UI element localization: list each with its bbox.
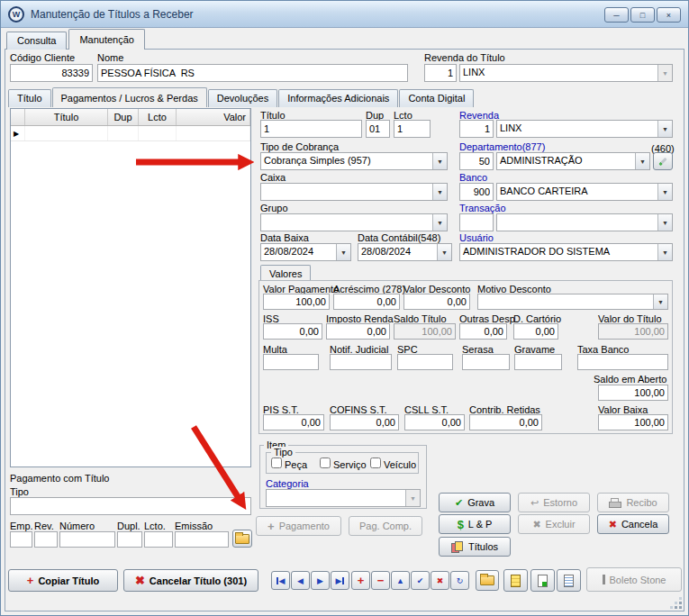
grid-row[interactable]: ▶: [11, 126, 250, 141]
revenda-num-field[interactable]: [459, 120, 494, 138]
tab-manutencao[interactable]: Manutenção: [68, 29, 145, 50]
csll-st-field[interactable]: [404, 414, 465, 430]
grid-col-titulo[interactable]: Título: [25, 109, 108, 125]
notif-judicial-field[interactable]: [330, 354, 392, 370]
nav-post-button[interactable]: ✔: [411, 571, 430, 590]
lp-button[interactable]: $ L & P: [439, 514, 511, 534]
pct-dupl-field[interactable]: [117, 531, 142, 548]
recibo-button[interactable]: Recibo: [597, 493, 669, 512]
lcto-field[interactable]: [394, 120, 431, 138]
motivo-desconto-combo[interactable]: ▼: [477, 294, 668, 310]
pct-emissao-field[interactable]: [175, 531, 229, 548]
valor-pagamento-field[interactable]: [263, 294, 330, 310]
outras-desp-field[interactable]: [459, 323, 507, 340]
nome-field[interactable]: [97, 64, 408, 82]
grava-button[interactable]: ✔ Grava: [439, 493, 511, 512]
peca-checkbox[interactable]: [271, 457, 282, 468]
departamento-edit-button[interactable]: [653, 152, 673, 170]
revenda-combo[interactable]: LINX ▼: [496, 120, 673, 138]
grupo-combo[interactable]: ▼: [260, 213, 448, 231]
pct-numero-field[interactable]: [59, 531, 115, 548]
titulo-field[interactable]: [260, 120, 362, 138]
revenda-titulo-num-field[interactable]: [424, 64, 457, 82]
nav-edit-button[interactable]: ▲: [391, 571, 410, 590]
resize-grip[interactable]: [670, 597, 682, 609]
tab-valores[interactable]: Valores: [260, 265, 311, 281]
cancela-button[interactable]: ✖ Cancela: [597, 514, 669, 534]
tab-conta-digital[interactable]: Conta Digital: [399, 89, 474, 107]
banco-combo[interactable]: BANCO CARTEIRA ▼: [496, 183, 673, 201]
nav-delete-button[interactable]: −: [371, 571, 390, 590]
tab-titulo[interactable]: Título: [8, 89, 51, 107]
imposto-renda-field[interactable]: [326, 323, 390, 340]
toolbar-note-button[interactable]: [503, 569, 528, 592]
codigo-cliente-field[interactable]: [10, 64, 93, 82]
toolbar-report-button[interactable]: [557, 569, 581, 592]
pct-tipo-field[interactable]: [10, 497, 251, 515]
veiculo-checkbox[interactable]: [370, 457, 381, 468]
pagamento-button[interactable]: + Pagamento: [256, 516, 341, 536]
excluir-button[interactable]: ✖ Excluir: [518, 514, 590, 534]
valor-baixa-field[interactable]: [598, 414, 668, 430]
taxa-banco-field[interactable]: [577, 354, 668, 370]
open-folder-button[interactable]: [476, 570, 499, 591]
dup-field[interactable]: [366, 120, 390, 138]
undo-icon: ↩: [530, 497, 539, 509]
caixa-combo[interactable]: ▼: [260, 183, 448, 201]
nav-cancel-button[interactable]: ✖: [431, 571, 449, 590]
titulos-grid[interactable]: Título Dup Lcto Valor ▶: [10, 108, 251, 467]
tab-pagamentos-lucros-perdas[interactable]: Pagamentos / Lucros & Perdas: [52, 87, 207, 107]
titlebar[interactable]: W Manutenção de Títulos a Receber: [1, 1, 688, 28]
revenda-titulo-combo[interactable]: LINX ▼: [459, 64, 673, 82]
titulos-button[interactable]: Títulos: [439, 537, 511, 557]
toolbar-export-button[interactable]: [530, 569, 555, 592]
valor-desconto-field[interactable]: [403, 294, 470, 310]
saldo-em-aberto-field[interactable]: [598, 385, 668, 401]
grid-col-valor[interactable]: Valor: [177, 109, 250, 125]
pag-comp-button[interactable]: Pag. Comp.: [349, 516, 422, 536]
nav-insert-button[interactable]: +: [351, 571, 370, 590]
data-baixa-picker[interactable]: 28/08/2024 ▼: [260, 243, 351, 261]
nav-refresh-button[interactable]: ↻: [450, 571, 469, 590]
estorno-button[interactable]: ↩ Estorno: [518, 493, 590, 512]
pct-search-button[interactable]: [232, 530, 252, 548]
d-cartorio-field[interactable]: [513, 323, 558, 340]
close-button[interactable]: ×: [657, 7, 681, 23]
nav-next-button[interactable]: ▶: [311, 571, 330, 590]
acrescimo-field[interactable]: [333, 294, 400, 310]
boleto-stone-button[interactable]: Boleto Stone: [586, 567, 682, 592]
maximize-button[interactable]: □: [630, 7, 655, 23]
nav-first-button[interactable]: ◀: [271, 571, 290, 590]
contrib-retidas-field[interactable]: [469, 414, 542, 430]
spc-field[interactable]: [397, 354, 453, 370]
nav-prior-button[interactable]: ◀: [291, 571, 310, 590]
departamento-num-field[interactable]: [459, 152, 494, 170]
departamento-combo[interactable]: ADMINISTRAÇÃO ▼: [496, 152, 650, 170]
transacao-combo[interactable]: ▼: [496, 213, 673, 231]
pct-lcto-field[interactable]: [144, 531, 173, 548]
cofins-st-field[interactable]: [330, 414, 399, 430]
data-contabil-picker[interactable]: 28/08/2024 ▼: [358, 243, 452, 261]
minimize-button[interactable]: ─: [604, 7, 629, 23]
transacao-num-field[interactable]: [459, 213, 494, 231]
pis-st-field[interactable]: [263, 414, 324, 430]
grid-col-dup[interactable]: Dup: [108, 109, 139, 125]
multa-field[interactable]: [263, 354, 319, 370]
servico-checkbox[interactable]: [320, 457, 331, 468]
cancelar-titulo-button[interactable]: ✖ Cancelar Título (301): [123, 569, 258, 592]
pct-emp-field[interactable]: [10, 531, 32, 548]
pct-rev-field[interactable]: [34, 531, 58, 548]
nav-last-button[interactable]: ▶: [331, 571, 349, 590]
tab-devolucoes[interactable]: Devoluções: [208, 89, 277, 107]
tab-informacoes-adicionais[interactable]: Informações Adicionais: [278, 89, 398, 107]
serasa-field[interactable]: [462, 354, 510, 370]
gravame-field[interactable]: [514, 354, 562, 370]
tipo-cobranca-combo[interactable]: Cobrança Simples (957) ▼: [260, 152, 448, 170]
usuario-combo[interactable]: ADMINISTRADOR DO SISTEMA ▼: [459, 243, 673, 261]
copiar-titulo-button[interactable]: + Copiar Título: [8, 569, 118, 592]
categoria-combo[interactable]: ▼: [266, 489, 421, 507]
tab-consulta[interactable]: Consulta: [6, 32, 67, 50]
grid-col-lcto[interactable]: Lcto: [139, 109, 177, 125]
banco-num-field[interactable]: [459, 183, 494, 201]
iss-field[interactable]: [263, 323, 322, 340]
